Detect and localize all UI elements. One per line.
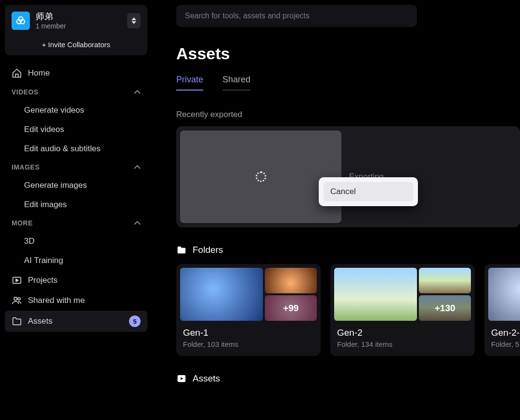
- nav-projects[interactable]: Projects: [5, 270, 147, 290]
- folder-sub: Folder, 103 items: [180, 340, 317, 348]
- export-tile[interactable]: [180, 131, 341, 223]
- folders-header: Folders: [176, 245, 520, 255]
- folder-card[interactable]: Gen-2- Folder, 5: [484, 264, 520, 356]
- folder-sub: Folder, 134 items: [334, 340, 471, 348]
- workspace-icon: [12, 12, 30, 30]
- nav-label: Home: [28, 68, 50, 78]
- tab-private[interactable]: Private: [176, 75, 203, 91]
- folder-name: Gen-1: [180, 328, 317, 338]
- search-input[interactable]: Search for tools, assets and projects: [176, 5, 417, 27]
- nav-section-label: IMAGES: [12, 163, 39, 171]
- nav-label: Assets: [28, 316, 52, 326]
- folder-overflow-count: +130: [419, 295, 471, 321]
- invite-collaborators[interactable]: + Invite Collaborators: [5, 35, 147, 55]
- nav-shared-with-me[interactable]: Shared with me: [5, 290, 147, 311]
- folder-thumb: [488, 268, 520, 321]
- nav-label: Shared with me: [28, 296, 85, 305]
- nav-generate-images[interactable]: Generate images: [5, 176, 147, 195]
- nav-ai-training[interactable]: AI Training: [5, 251, 147, 270]
- tab-shared[interactable]: Shared: [222, 75, 250, 91]
- folder-thumb: [265, 268, 317, 293]
- workspace-card: 师弟 1 member + Invite Collaborators: [5, 5, 147, 55]
- chevron-up-icon: [134, 165, 141, 169]
- svg-point-5: [18, 298, 20, 300]
- export-area: Exporting: [176, 126, 520, 227]
- home-icon: [12, 68, 22, 79]
- assets-count-badge: 5: [129, 315, 141, 327]
- projects-icon: [12, 275, 22, 286]
- nav-edit-images[interactable]: Edit images: [5, 195, 147, 214]
- nav-section-more[interactable]: MORE: [5, 214, 147, 232]
- workspace-switcher[interactable]: 师弟 1 member: [5, 5, 147, 35]
- workspace-members: 1 member: [36, 22, 66, 30]
- nav-3d[interactable]: 3D: [5, 232, 147, 251]
- folder-name: Gen-2: [334, 328, 471, 338]
- folder-thumb: [419, 268, 471, 293]
- nav-edit-videos[interactable]: Edit videos: [5, 120, 147, 139]
- folder-sub: Folder, 5: [488, 340, 520, 348]
- sidebar: 师弟 1 member + Invite Collaborators Home …: [0, 0, 152, 420]
- folder-icon: [12, 316, 22, 327]
- nav-home[interactable]: Home: [5, 63, 147, 83]
- chevron-up-icon: [134, 90, 141, 94]
- page-title: Assets: [176, 44, 520, 63]
- folder-card[interactable]: +99 Gen-1 Folder, 103 items: [176, 264, 321, 356]
- folder-thumb: [334, 268, 417, 321]
- workspace-info: 师弟 1 member: [36, 12, 66, 30]
- updown-icon[interactable]: [127, 13, 141, 28]
- svg-point-4: [14, 297, 17, 300]
- nav-section-label: MORE: [12, 219, 33, 227]
- nav-section-label: VIDEOS: [12, 88, 39, 96]
- folder-overflow-count: +99: [265, 295, 317, 321]
- context-menu: Cancel: [319, 177, 418, 206]
- assets-header: Assets: [176, 373, 520, 384]
- nav-edit-audio[interactable]: Edit audio & subtitles: [5, 139, 147, 158]
- search-placeholder: Search for tools, assets and projects: [185, 12, 310, 20]
- folders-row: +99 Gen-1 Folder, 103 items +130: [176, 264, 520, 356]
- main: Search for tools, assets and projects As…: [152, 0, 520, 420]
- recently-exported-label: Recently exported: [176, 110, 520, 119]
- play-square-icon: [176, 373, 187, 384]
- chevron-up-icon: [134, 221, 141, 225]
- folder-card[interactable]: +130 Gen-2 Folder, 134 items: [330, 264, 475, 356]
- nav-label: Projects: [28, 276, 57, 285]
- nav-generate-videos[interactable]: Generate videos: [5, 101, 147, 120]
- nav-section-videos[interactable]: VIDEOS: [5, 83, 147, 101]
- people-icon: [12, 295, 22, 306]
- folder-name: Gen-2-: [488, 328, 520, 338]
- nav-section-images[interactable]: IMAGES: [5, 158, 147, 176]
- folder-filled-icon: [176, 245, 187, 255]
- nav-assets[interactable]: Assets 5: [5, 311, 147, 332]
- folder-thumb: [180, 268, 263, 321]
- cancel-button[interactable]: Cancel: [324, 182, 413, 201]
- spinner-icon: [256, 171, 266, 182]
- tabs: Private Shared: [176, 75, 520, 91]
- workspace-name: 师弟: [36, 12, 66, 22]
